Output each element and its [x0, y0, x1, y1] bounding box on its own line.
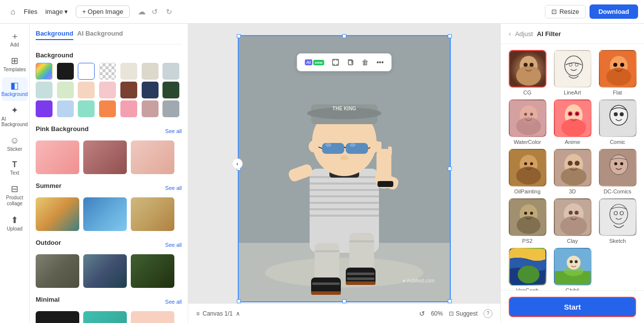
filter-item-watercolor[interactable]: WaterColor: [507, 99, 548, 145]
sidebar-item-product-collage-label: Product collage: [4, 195, 26, 207]
swatch-green-light[interactable]: [57, 82, 74, 98]
summer-thumb-2[interactable]: [83, 197, 127, 231]
tab-ai-background[interactable]: AI Background: [77, 30, 123, 40]
filter-item-clay[interactable]: Clay: [552, 198, 593, 244]
outdoor-thumb-1[interactable]: [36, 254, 79, 288]
filter-item-cg[interactable]: CG: [507, 50, 548, 95]
suggest-button[interactable]: ⊡ Suggest: [449, 310, 478, 317]
home-button[interactable]: ⌂: [6, 5, 20, 19]
swatch-black[interactable]: [57, 63, 74, 80]
files-button[interactable]: Files: [24, 8, 37, 15]
swatch-gray[interactable]: [162, 100, 179, 117]
tab-adjust[interactable]: Adjust: [515, 30, 533, 38]
ai-badge-button[interactable]: AI new: [302, 57, 327, 67]
summer-thumb-3[interactable]: [131, 197, 174, 231]
minimal-section: Minimal See all: [36, 296, 182, 323]
svg-rect-42: [312, 282, 340, 285]
swatch-dark-green[interactable]: [162, 82, 179, 98]
tab-background[interactable]: Background: [36, 30, 73, 40]
pink-thumb-3[interactable]: [131, 140, 174, 174]
pink-thumb-2[interactable]: [83, 140, 127, 174]
filter-item-ghibli[interactable]: Ghibli: [552, 248, 593, 290]
filter-item-ps2[interactable]: PS2: [507, 198, 548, 244]
undo-button[interactable]: ↺: [150, 5, 160, 18]
canvas-delete-button[interactable]: 🗑: [359, 56, 372, 68]
start-button[interactable]: Start: [509, 297, 636, 317]
expand-icon[interactable]: ∧: [236, 310, 240, 317]
cloud-icon[interactable]: ☁: [138, 7, 146, 16]
sidebar-item-background[interactable]: ◧ Background: [2, 77, 28, 101]
swatch-navy[interactable]: [142, 82, 159, 98]
swatch-light2[interactable]: [142, 63, 159, 80]
swatch-teal[interactable]: [78, 100, 95, 117]
back-button[interactable]: ‹: [509, 30, 511, 38]
svg-rect-20: [346, 143, 368, 154]
sidebar-item-sticker-label: Sticker: [7, 146, 22, 152]
canvas-duplicate-button[interactable]: [344, 57, 357, 68]
filter-item-dc-comics[interactable]: DC-Comics: [597, 149, 638, 194]
filter-item-3d[interactable]: 3D: [552, 149, 593, 194]
filter-item-anime[interactable]: Anime: [552, 99, 593, 145]
minimal-thumb-row: [36, 311, 182, 323]
swatch-mauve[interactable]: [142, 100, 159, 117]
outdoor-thumb-3[interactable]: [131, 254, 174, 288]
filter-thumb-comic: [599, 99, 637, 137]
swatch-light4[interactable]: [36, 82, 53, 98]
svg-rect-12: [310, 215, 379, 217]
download-button[interactable]: Download: [590, 4, 638, 19]
minimal-see-all[interactable]: See all: [165, 299, 182, 305]
suggest-icon: ⊡: [449, 310, 454, 317]
canvas-image-container[interactable]: THE KING: [238, 35, 451, 302]
swatch-purple[interactable]: [36, 100, 53, 117]
help-button[interactable]: ?: [483, 309, 492, 318]
canvas-fit-button[interactable]: [329, 57, 342, 68]
swatch-peach[interactable]: [78, 82, 95, 98]
tab-ai-filter[interactable]: AI Filter: [537, 30, 561, 38]
filter-item-oilpainting[interactable]: OilPainting: [507, 149, 548, 194]
minimal-thumb-3[interactable]: [131, 311, 174, 323]
filter-item-lineart[interactable]: LineArt: [552, 50, 593, 95]
minimal-thumb-1[interactable]: [36, 311, 79, 323]
svg-point-92: [620, 162, 623, 165]
summer-thumb-1[interactable]: [36, 197, 79, 231]
filter-item-flat[interactable]: Flat: [597, 50, 638, 95]
redo-button[interactable]: ↻: [164, 5, 174, 18]
minimal-thumb-2[interactable]: [83, 311, 127, 323]
sidebar-item-product-collage[interactable]: ⊟ Product collage: [2, 181, 28, 211]
resize-button[interactable]: ⊡ Resize: [545, 5, 586, 18]
filter-item-comic[interactable]: Comic: [597, 99, 638, 145]
swatch-pink-light[interactable]: [99, 82, 116, 98]
summer-see-all[interactable]: See all: [165, 185, 182, 191]
sidebar-item-ai-background[interactable]: ✦ AI Background: [2, 102, 28, 131]
canvas-more-button[interactable]: •••: [374, 56, 387, 68]
pink-section: Pink Background See all: [36, 125, 182, 174]
swatch-light3[interactable]: [162, 63, 179, 80]
sidebar-item-add[interactable]: ＋ Add: [2, 28, 28, 51]
swatch-pink2[interactable]: [120, 100, 137, 117]
collapse-panel-button[interactable]: ‹: [232, 158, 243, 169]
swatch-brown[interactable]: [120, 82, 137, 98]
filter-thumb-cg: [509, 50, 546, 88]
swatch-transparent[interactable]: [99, 63, 116, 80]
filter-item-vangogh[interactable]: VanGogh: [507, 248, 548, 290]
outdoor-see-all[interactable]: See all: [165, 242, 182, 248]
sidebar-item-background-label: Background: [1, 92, 28, 97]
sidebar-item-text[interactable]: T Text: [2, 157, 28, 180]
swatch-light1[interactable]: [120, 63, 137, 80]
swatch-orange[interactable]: [99, 100, 116, 117]
swatch-blue-light[interactable]: [57, 100, 74, 117]
open-image-button[interactable]: + Open Image: [76, 5, 130, 18]
sidebar-item-upload[interactable]: ⬆ Upload: [2, 212, 28, 235]
refresh-button[interactable]: ↺: [419, 310, 425, 318]
outdoor-thumb-2[interactable]: [83, 254, 127, 288]
swatch-rainbow[interactable]: [36, 63, 53, 80]
svg-point-108: [518, 266, 539, 283]
swatch-white[interactable]: [78, 63, 95, 80]
filter-item-sketch[interactable]: Sketch: [597, 198, 638, 244]
sidebar-item-sticker[interactable]: ☺ Sticker: [2, 132, 28, 156]
pink-thumb-1[interactable]: [36, 140, 79, 174]
svg-point-102: [575, 211, 579, 215]
image-menu[interactable]: image ▾: [41, 6, 71, 17]
sidebar-item-templates[interactable]: ⊞ Templates: [2, 52, 28, 76]
pink-see-all[interactable]: See all: [165, 128, 182, 134]
